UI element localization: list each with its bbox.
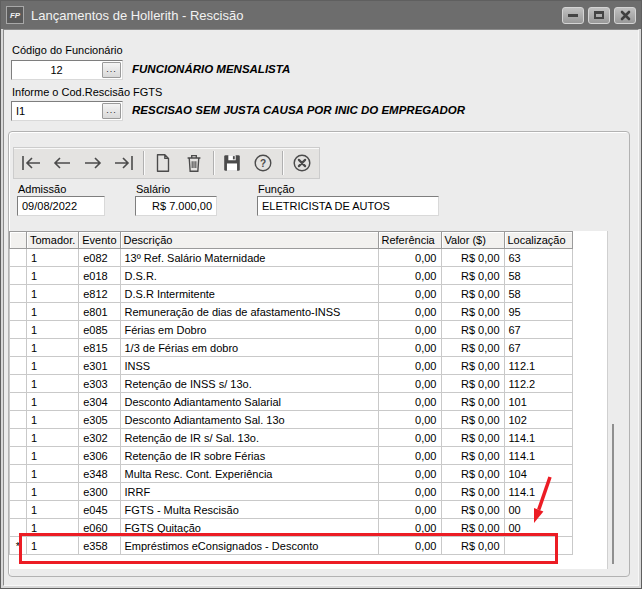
grid-header-descricao[interactable]: Descrição xyxy=(120,232,378,249)
row-selector[interactable] xyxy=(10,519,27,537)
cell-referencia[interactable]: 0,00 xyxy=(378,249,441,267)
cell-tomador[interactable]: 1 xyxy=(27,537,79,555)
cell-evento[interactable]: e302 xyxy=(79,429,120,447)
cell-referencia[interactable]: 0,00 xyxy=(378,411,441,429)
cell-valor[interactable]: R$ 0,00 xyxy=(441,537,504,555)
cell-valor[interactable]: R$ 0,00 xyxy=(441,501,504,519)
cell-descricao[interactable]: Férias em Dobro xyxy=(120,321,378,339)
row-selector[interactable] xyxy=(10,429,27,447)
row-selector[interactable] xyxy=(10,267,27,285)
cell-tomador[interactable]: 1 xyxy=(27,483,79,501)
cell-evento[interactable]: e085 xyxy=(79,321,120,339)
cell-descricao[interactable]: Retenção de IR s/ Sal. 13o. xyxy=(120,429,378,447)
cell-localizacao[interactable]: 67 xyxy=(504,321,572,339)
cell-localizacao[interactable]: 104 xyxy=(504,465,572,483)
cell-evento[interactable]: e018 xyxy=(79,267,120,285)
cell-localizacao[interactable]: 114.1 xyxy=(504,447,572,465)
cell-localizacao[interactable]: 67 xyxy=(504,339,572,357)
grid-header-referencia[interactable]: Referência xyxy=(378,232,441,249)
cell-tomador[interactable]: 1 xyxy=(27,465,79,483)
row-selector[interactable] xyxy=(10,501,27,519)
cell-valor[interactable]: R$ 0,00 xyxy=(441,447,504,465)
cell-descricao[interactable]: Multa Resc. Cont. Experiência xyxy=(120,465,378,483)
cell-evento[interactable]: e358 xyxy=(79,537,120,555)
minimize-button[interactable] xyxy=(562,7,584,24)
cell-referencia[interactable]: 0,00 xyxy=(378,465,441,483)
cell-evento[interactable]: e082 xyxy=(79,249,120,267)
cell-evento[interactable]: e060 xyxy=(79,519,120,537)
cell-tomador[interactable]: 1 xyxy=(27,429,79,447)
cell-evento[interactable]: e306 xyxy=(79,447,120,465)
new-record-button[interactable] xyxy=(151,151,175,175)
cell-descricao[interactable]: Remuneração de dias de afastamento-INSS xyxy=(120,303,378,321)
cell-valor[interactable]: R$ 0,00 xyxy=(441,249,504,267)
cell-descricao[interactable]: Desconto Adiantamento Sal. 13o xyxy=(120,411,378,429)
cell-evento[interactable]: e815 xyxy=(79,339,120,357)
cell-descricao[interactable]: Retenção de INSS s/ 13o. xyxy=(120,375,378,393)
save-record-button[interactable] xyxy=(221,151,245,175)
cell-tomador[interactable]: 1 xyxy=(27,339,79,357)
fgts-code-field[interactable]: I1 ... xyxy=(11,101,123,121)
cell-localizacao[interactable]: 00 xyxy=(504,519,572,537)
help-button[interactable]: ? xyxy=(251,151,275,175)
cell-evento[interactable]: e300 xyxy=(79,483,120,501)
cell-tomador[interactable]: 1 xyxy=(27,303,79,321)
cell-valor[interactable]: R$ 0,00 xyxy=(441,519,504,537)
next-record-button[interactable] xyxy=(81,151,105,175)
cell-localizacao[interactable]: 114.1 xyxy=(504,429,572,447)
cell-localizacao[interactable]: 95 xyxy=(504,303,572,321)
cell-valor[interactable]: R$ 0,00 xyxy=(441,357,504,375)
cell-valor[interactable]: R$ 0,00 xyxy=(441,321,504,339)
cell-evento[interactable]: e305 xyxy=(79,411,120,429)
row-selector[interactable]: * xyxy=(10,537,27,555)
cell-tomador[interactable]: 1 xyxy=(27,411,79,429)
cell-referencia[interactable]: 0,00 xyxy=(378,429,441,447)
last-record-button[interactable] xyxy=(112,151,136,175)
cell-evento[interactable]: e303 xyxy=(79,375,120,393)
cell-localizacao[interactable]: 114.1 xyxy=(504,483,572,501)
row-selector[interactable] xyxy=(10,285,27,303)
cell-referencia[interactable]: 0,00 xyxy=(378,537,441,555)
cell-valor[interactable]: R$ 0,00 xyxy=(441,285,504,303)
cell-tomador[interactable]: 1 xyxy=(27,393,79,411)
cell-referencia[interactable]: 0,00 xyxy=(378,357,441,375)
cell-referencia[interactable]: 0,00 xyxy=(378,267,441,285)
cell-descricao[interactable]: INSS xyxy=(120,357,378,375)
cell-referencia[interactable]: 0,00 xyxy=(378,339,441,357)
cell-tomador[interactable]: 1 xyxy=(27,357,79,375)
cell-valor[interactable]: R$ 0,00 xyxy=(441,393,504,411)
funcao-field[interactable]: ELETRICISTA DE AUTOS xyxy=(257,196,439,216)
cell-valor[interactable]: R$ 0,00 xyxy=(441,429,504,447)
horizontal-scrollbar-thumb[interactable] xyxy=(29,561,54,564)
cell-descricao[interactable]: 1/3 de Férias em dobro xyxy=(120,339,378,357)
cancel-button[interactable] xyxy=(290,151,314,175)
fgts-code-lookup-button[interactable]: ... xyxy=(102,103,121,119)
row-selector[interactable] xyxy=(10,483,27,501)
row-selector[interactable] xyxy=(10,393,27,411)
cell-tomador[interactable]: 1 xyxy=(27,375,79,393)
cell-valor[interactable]: R$ 0,00 xyxy=(441,411,504,429)
cell-referencia[interactable]: 0,00 xyxy=(378,303,441,321)
row-selector[interactable] xyxy=(10,249,27,267)
cell-localizacao[interactable]: 58 xyxy=(504,285,572,303)
row-selector[interactable] xyxy=(10,303,27,321)
cell-localizacao[interactable]: 101 xyxy=(504,393,572,411)
grid-header-localizacao[interactable]: Localização xyxy=(504,232,572,249)
cell-referencia[interactable]: 0,00 xyxy=(378,321,441,339)
row-selector[interactable] xyxy=(10,411,27,429)
cell-localizacao[interactable]: 112.2 xyxy=(504,375,572,393)
admissao-field[interactable]: 09/08/2022 xyxy=(17,196,105,216)
cell-tomador[interactable]: 1 xyxy=(27,519,79,537)
cell-evento[interactable]: e801 xyxy=(79,303,120,321)
previous-record-button[interactable] xyxy=(50,151,74,175)
salario-field[interactable]: R$ 7.000,00 xyxy=(135,196,217,216)
cell-descricao[interactable]: 13º Ref. Salário Maternidade xyxy=(120,249,378,267)
row-selector[interactable] xyxy=(10,321,27,339)
cell-valor[interactable]: R$ 0,00 xyxy=(441,375,504,393)
row-selector[interactable] xyxy=(10,357,27,375)
grid-header-tomador[interactable]: Tomador. xyxy=(27,232,79,249)
delete-record-button[interactable] xyxy=(182,151,206,175)
cell-evento[interactable]: e304 xyxy=(79,393,120,411)
cell-localizacao[interactable]: 102 xyxy=(504,411,572,429)
cell-descricao[interactable]: FGTS Quitação xyxy=(120,519,378,537)
